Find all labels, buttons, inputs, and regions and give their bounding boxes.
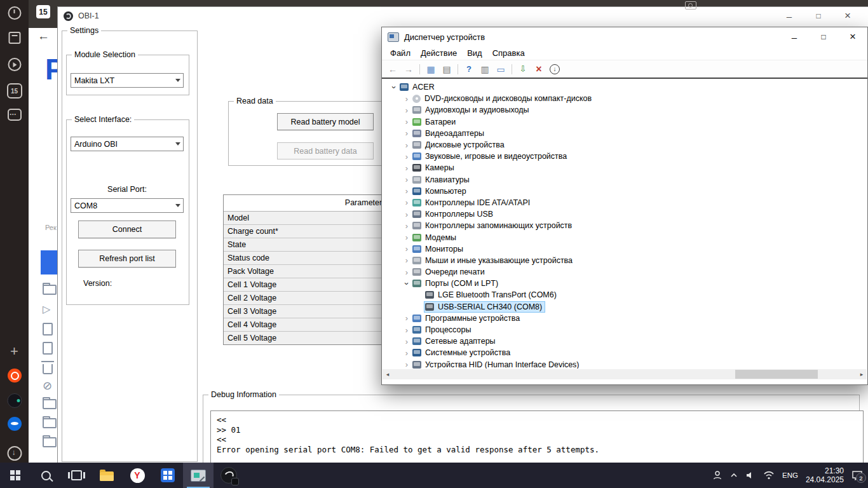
block-icon[interactable] [43, 380, 52, 392]
expand-chevron-icon[interactable]: › [402, 233, 412, 242]
menu-item[interactable]: Действие [416, 48, 462, 58]
expand-chevron-icon[interactable]: › [402, 117, 412, 126]
wifi-icon[interactable] [763, 471, 775, 480]
browser-profile-icon[interactable] [7, 393, 22, 408]
tree-item[interactable]: ›Процессоры [383, 324, 867, 336]
back-arrow-icon[interactable]: ← [37, 29, 50, 43]
document-icon[interactable] [43, 342, 53, 355]
scrollbar-thumb[interactable] [735, 370, 818, 379]
history-icon[interactable] [8, 6, 21, 20]
expand-chevron-icon[interactable]: › [402, 128, 412, 138]
expand-chevron-icon[interactable]: › [402, 268, 412, 277]
expand-chevron-icon[interactable]: › [402, 325, 412, 335]
tb-monitor-icon[interactable] [494, 63, 508, 76]
expand-chevron-icon[interactable]: › [402, 105, 412, 115]
tb-console-tree-icon[interactable] [424, 63, 438, 76]
expand-chevron-icon[interactable]: › [402, 186, 412, 196]
expand-chevron-icon[interactable]: › [402, 337, 412, 346]
tree-item[interactable]: ›Клавиатуры [383, 174, 867, 186]
tree-item[interactable]: ›Камеры [383, 162, 867, 173]
expand-chevron-icon[interactable]: › [402, 94, 412, 104]
task-view-button[interactable] [61, 463, 92, 488]
expand-chevron-icon[interactable]: › [402, 152, 412, 161]
minimize-button[interactable] [775, 7, 804, 25]
close-button[interactable] [833, 7, 862, 25]
tree-item[interactable]: ›Очереди печати [383, 266, 867, 278]
start-button[interactable] [0, 463, 31, 488]
send-icon[interactable] [43, 304, 50, 315]
interface-select[interactable]: Arduino OBI [71, 137, 184, 151]
tab-counter[interactable]: 15 [7, 83, 22, 98]
trash-icon[interactable] [43, 364, 53, 374]
tree-item[interactable]: ›Батареи [383, 116, 867, 128]
collapse-chevron-icon[interactable]: › [390, 82, 399, 92]
tree-item[interactable]: ›Сетевые адаптеры [383, 336, 867, 347]
scroll-left-arrow[interactable]: ◂ [383, 371, 393, 377]
tb-scan-icon[interactable] [516, 63, 530, 76]
expand-chevron-icon[interactable]: › [402, 210, 412, 219]
horizontal-scrollbar[interactable]: ◂ ▸ [383, 369, 867, 379]
expand-chevron-icon[interactable]: › [402, 255, 412, 265]
tree-item[interactable]: ›Системные устройства [383, 347, 867, 358]
tree-item[interactable]: ›DVD-дисководы и дисководы компакт-диско… [383, 93, 867, 104]
expand-chevron-icon[interactable]: › [402, 198, 412, 207]
tree-item[interactable]: ›Программные устройства [383, 313, 867, 324]
tree-item[interactable]: ›ACER [383, 81, 867, 93]
expand-chevron-icon[interactable]: › [402, 163, 412, 173]
downloads-icon[interactable] [7, 446, 22, 461]
tb-help-icon[interactable] [462, 63, 476, 76]
expand-chevron-icon[interactable]: › [402, 140, 412, 150]
tb-disable-icon[interactable] [550, 64, 560, 74]
language-indicator[interactable]: ENG [782, 471, 798, 479]
folder-icon[interactable] [43, 285, 57, 295]
tree-item[interactable]: ›Контроллеры IDE ATA/ATAPI [383, 197, 867, 208]
add-tab-icon[interactable] [10, 343, 18, 360]
collapse-chevron-icon[interactable]: › [402, 278, 412, 288]
serial-port-select[interactable]: COM8 [71, 198, 184, 213]
volume-icon[interactable] [745, 471, 756, 480]
menu-item[interactable]: Справка [487, 48, 530, 58]
folder-icon[interactable] [43, 437, 57, 447]
yandex-browser-button[interactable]: Y [122, 463, 153, 488]
expand-chevron-icon[interactable]: › [402, 221, 412, 231]
hidden-icons-chevron[interactable] [730, 473, 738, 478]
messenger-icon[interactable] [8, 109, 22, 121]
expand-chevron-icon[interactable]: › [402, 244, 412, 254]
tree-item[interactable]: ›Контроллеры USB [383, 208, 867, 220]
tree-item[interactable]: ›Модемы [383, 231, 867, 243]
tb-events-icon[interactable] [478, 63, 492, 76]
tree-item[interactable]: ›Компьютер [383, 186, 867, 197]
expand-chevron-icon[interactable]: › [402, 348, 412, 358]
yandex-app-icon[interactable] [8, 369, 22, 383]
obi-titlebar[interactable]: OBI-1 [58, 7, 868, 25]
tb-uninstall-icon[interactable] [532, 63, 546, 76]
tab-count-badge[interactable]: 15 [36, 5, 50, 18]
expand-chevron-icon[interactable]: › [402, 313, 412, 323]
obi-taskbar-button[interactable] [214, 463, 244, 488]
expand-chevron-icon[interactable]: › [402, 360, 412, 369]
menu-item[interactable]: Вид [462, 48, 487, 58]
refresh-port-list-button[interactable]: Refresh port list [78, 250, 176, 268]
search-button[interactable] [31, 463, 61, 488]
tree-item[interactable]: ›Мыши и иные указывающие устройства [383, 255, 867, 266]
collections-icon[interactable] [8, 32, 20, 44]
folder-icon[interactable] [43, 399, 57, 409]
expand-chevron-icon[interactable]: › [402, 175, 412, 184]
tree-item[interactable]: ›Дисковые устройства [383, 139, 867, 151]
scroll-right-arrow[interactable]: ▸ [857, 371, 867, 377]
tree-item[interactable]: ›Мониторы [383, 243, 867, 255]
people-icon[interactable] [712, 470, 722, 480]
maximize-button[interactable] [804, 7, 833, 25]
maximize-button[interactable] [809, 27, 838, 46]
video-play-icon[interactable] [8, 58, 21, 71]
device-manager-titlebar[interactable]: Диспетчер устройств [382, 27, 867, 46]
tb-properties-icon[interactable] [440, 63, 454, 76]
close-button[interactable] [838, 27, 867, 46]
tree-item[interactable]: ›Порты (COM и LPT) [383, 278, 867, 289]
tree-item[interactable]: ›Звуковые, игровые и видеоустройства [383, 151, 867, 162]
tree-item[interactable]: ›Видеоадаптеры [383, 128, 867, 139]
device-manager-taskbar-button[interactable] [183, 463, 214, 488]
module-select[interactable]: Makita LXT [71, 73, 184, 88]
notification-center-button[interactable]: 2 [851, 470, 863, 480]
file-explorer-button[interactable] [92, 463, 122, 488]
